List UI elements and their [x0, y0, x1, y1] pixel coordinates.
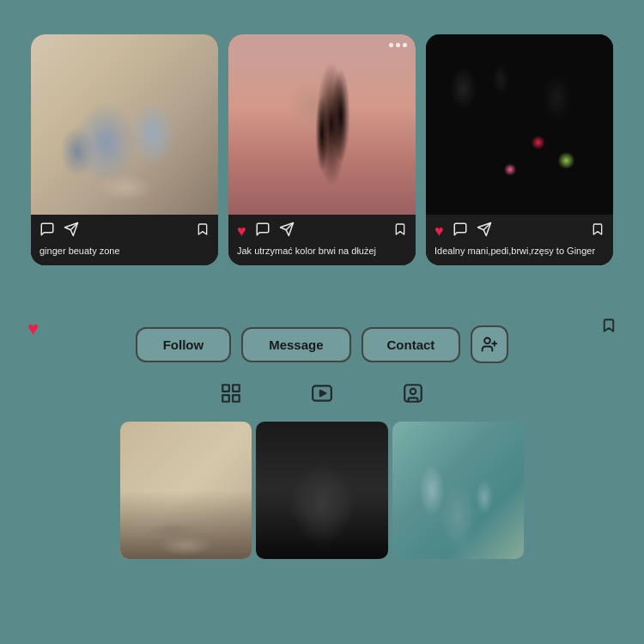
standalone-heart-icon[interactable]: ♥: [27, 318, 39, 340]
tabs-row: [220, 382, 424, 410]
follow-button[interactable]: Follow: [136, 327, 232, 362]
tab-video-icon[interactable]: [311, 382, 333, 410]
post-image-2: [228, 34, 416, 215]
gallery-item-2[interactable]: [256, 422, 387, 559]
svg-rect-12: [233, 395, 240, 402]
contact-button[interactable]: Contact: [361, 327, 461, 362]
heart-icon-3[interactable]: ♥: [434, 222, 444, 240]
svg-rect-11: [222, 395, 229, 402]
post-card-2[interactable]: ♥ Jak utrzymać kolor brwi na dłużej: [228, 34, 416, 265]
post-dots-2: [389, 43, 407, 47]
message-button[interactable]: Message: [241, 327, 350, 362]
post-card-1[interactable]: ginger beuaty zone: [31, 34, 218, 265]
bookmark-icon-2[interactable]: [393, 222, 407, 240]
posts-row: ginger beuaty zone ♥: [17, 34, 627, 265]
svg-marker-14: [320, 391, 326, 397]
post-icons-row-2: ♥: [237, 222, 407, 240]
post-image-1: [31, 34, 218, 215]
comment-icon-1[interactable]: [39, 222, 55, 240]
gallery-item-1[interactable]: [120, 422, 252, 559]
comment-icon-2[interactable]: [255, 222, 270, 240]
tab-grid-icon[interactable]: [220, 382, 242, 410]
bookmark-icon-1[interactable]: [196, 222, 210, 240]
add-person-button[interactable]: [471, 325, 508, 363]
post-icons-row-1: [39, 222, 210, 240]
post-caption-1: ginger beuaty zone: [39, 245, 210, 257]
post-bottom-3: ♥ Idealny mani,pedi,brwi,rzęsy to Ginger: [426, 215, 613, 265]
svg-point-16: [410, 389, 416, 395]
action-buttons-row: Follow Message Contact: [136, 325, 509, 363]
post-caption-2: Jak utrzymać kolor brwi na dłużej: [237, 245, 407, 257]
share-icon-3[interactable]: [477, 222, 492, 240]
svg-rect-9: [222, 386, 229, 392]
post-caption-3: Idealny mani,pedi,brwi,rzęsy to Ginger: [434, 245, 605, 257]
share-icon-2[interactable]: [279, 222, 295, 240]
post-bottom-2: ♥ Jak utrzymać kolor brwi na dłużej: [228, 215, 416, 265]
comment-icon-3[interactable]: [453, 222, 468, 240]
gallery-row: [120, 422, 524, 559]
heart-icon-2[interactable]: ♥: [237, 222, 246, 240]
post-icons-row-3: ♥: [434, 222, 605, 240]
post-image-3: [426, 34, 613, 215]
svg-rect-10: [233, 386, 240, 392]
share-icon-1[interactable]: [64, 222, 79, 240]
tab-tagged-icon[interactable]: [402, 382, 424, 410]
gallery-item-3[interactable]: [392, 422, 524, 559]
standalone-bookmark-icon[interactable]: [601, 318, 617, 337]
bookmark-icon-3[interactable]: [591, 222, 605, 240]
main-container: ginger beuaty zone ♥: [0, 0, 644, 644]
post-bottom-1: ginger beuaty zone: [31, 215, 218, 265]
post-card-3[interactable]: ♥ Idealny mani,pedi,brwi,rzęsy to Ginger: [426, 34, 613, 265]
svg-point-6: [485, 338, 491, 344]
